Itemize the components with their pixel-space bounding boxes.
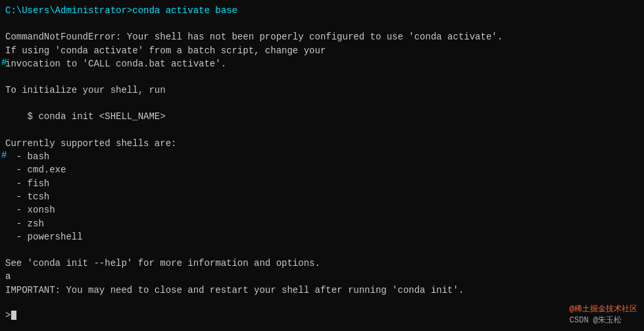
a-char-line: a <box>5 270 639 283</box>
important-line: IMPORTANT: You may need to close and res… <box>5 284 639 297</box>
command-line: C:\Users\Administrator>conda activate ba… <box>5 4 639 17</box>
shell-powershell: - powershell <box>5 230 83 243</box>
watermark: @稀土掘金技术社区 CSDN @朱玉松 <box>570 303 637 326</box>
shell-cmd: - cmd.exe <box>5 163 83 176</box>
terminal-window: C:\Users\Administrator>conda activate ba… <box>0 0 644 331</box>
shell-fish: - fish <box>5 177 83 190</box>
shell-zsh: - zsh <box>5 217 83 230</box>
watermark-site: @稀土掘金技术社区 <box>570 305 637 314</box>
shell-xonsh: - xonsh <box>5 203 83 216</box>
error-line-1: CommandNotFoundError: Your shell has not… <box>5 30 639 43</box>
conda-init-example: $ conda init <SHELL_NAME> <box>5 110 639 123</box>
cursor-prompt-line: > <box>5 310 639 320</box>
init-info-line: To initialize your shell, run <box>5 84 639 97</box>
shell-bash: - bash <box>5 150 83 163</box>
shell-tcsh: - tcsh <box>5 190 83 203</box>
cursor <box>11 311 16 320</box>
help-line: See 'conda init --help' for more informa… <box>5 257 639 270</box>
watermark-author: CSDN @朱玉松 <box>570 316 622 325</box>
error-line-2: If using 'conda activate' from a batch s… <box>5 44 639 57</box>
shells-header: Currently supported shells are: <box>5 137 639 150</box>
error-line-3: invocation to 'CALL conda.bat activate'. <box>5 57 226 70</box>
prompt-char: > <box>5 310 11 320</box>
